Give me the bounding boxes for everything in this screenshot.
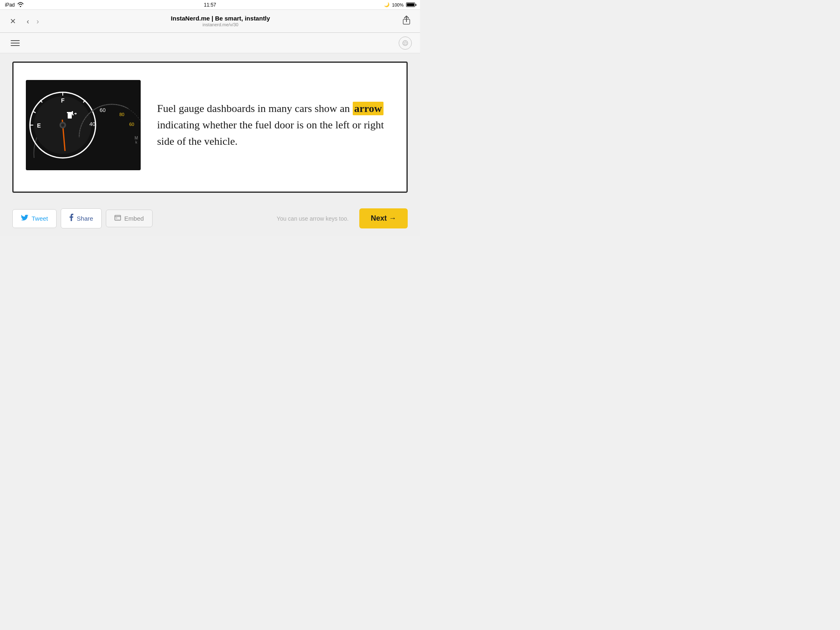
svg-text:60: 60 <box>100 107 105 113</box>
highlight-word: arrow <box>353 102 383 115</box>
app-toolbar <box>0 33 420 53</box>
svg-text:M: M <box>135 136 138 140</box>
wifi-icon <box>17 2 24 8</box>
tweet-button[interactable]: Tweet <box>12 209 57 228</box>
facebook-icon <box>69 214 73 223</box>
svg-text:40: 40 <box>89 121 95 127</box>
status-left: iPad <box>5 2 24 8</box>
gauge-image: 20 <box>26 80 141 170</box>
close-button[interactable]: ✕ <box>7 16 19 27</box>
favorite-button[interactable] <box>399 37 412 50</box>
status-bar: iPad 11:57 🌙 100% <box>0 0 420 10</box>
hamburger-line-2 <box>11 43 20 43</box>
moon-icon: 🌙 <box>384 2 390 7</box>
action-bar: Tweet Share Embed You can use arrow keys… <box>0 201 420 236</box>
battery-bar <box>406 2 415 7</box>
hamburger-line-3 <box>11 45 20 46</box>
text-after: indicating whether the fuel door is on t… <box>157 119 384 147</box>
hamburger-line-1 <box>11 40 20 41</box>
svg-text:E: E <box>37 122 41 129</box>
svg-rect-14 <box>67 112 73 113</box>
svg-text:60: 60 <box>129 122 134 127</box>
next-button[interactable]: Next → <box>359 208 408 228</box>
main-content: 20 <box>0 53 420 201</box>
svg-rect-13 <box>68 113 72 119</box>
embed-label: Embed <box>124 215 144 222</box>
embed-button[interactable]: Embed <box>106 210 153 227</box>
device-label: iPad <box>5 2 15 8</box>
embed-icon <box>114 215 121 222</box>
browser-share-button[interactable] <box>399 14 413 28</box>
twitter-icon <box>21 215 28 223</box>
svg-text:80: 80 <box>119 112 124 117</box>
svg-rect-16 <box>72 114 74 115</box>
back-button[interactable]: ‹ <box>24 16 32 27</box>
page-url: instanerd.me/v/30 <box>46 22 395 27</box>
facebook-share-button[interactable]: Share <box>61 208 102 228</box>
arrow-hint: You can use arrow keys too. <box>157 215 349 222</box>
forward-button[interactable]: › <box>34 16 41 27</box>
nav-buttons: ‹ › <box>24 16 41 27</box>
status-right: 🌙 100% <box>384 2 415 7</box>
menu-button[interactable] <box>8 38 22 48</box>
fact-text: Fuel gauge dashboards in many cars show … <box>157 100 394 150</box>
status-time: 11:57 <box>204 2 216 8</box>
address-bar: InstaNerd.me | Be smart, instantly insta… <box>46 15 395 27</box>
text-before: Fuel gauge dashboards in many cars show … <box>157 103 353 114</box>
svg-text:F: F <box>61 97 65 104</box>
svg-point-20 <box>61 123 64 127</box>
battery-fill <box>407 3 414 6</box>
tweet-label: Tweet <box>32 215 48 222</box>
battery-percent: 100% <box>392 2 404 7</box>
next-label: Next → <box>371 214 396 223</box>
svg-rect-30 <box>116 219 120 219</box>
svg-rect-15 <box>72 111 73 114</box>
fact-card: 20 <box>12 62 408 193</box>
share-label: Share <box>77 215 93 222</box>
svg-rect-29 <box>116 217 117 219</box>
browser-chrome: ✕ ‹ › InstaNerd.me | Be smart, instantly… <box>0 10 420 33</box>
svg-text:k: k <box>135 140 137 144</box>
page-title: InstaNerd.me | Be smart, instantly <box>46 15 395 22</box>
